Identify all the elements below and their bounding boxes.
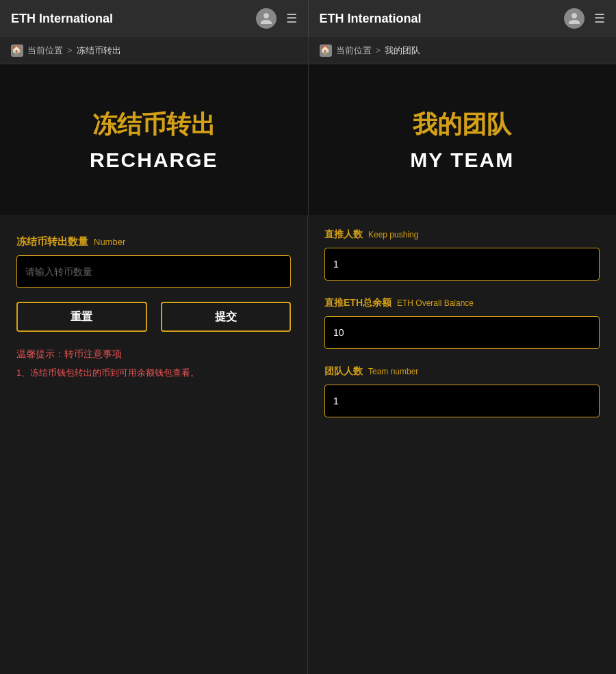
info-label-row-0: 直推人数 Keep pushing	[324, 229, 600, 241]
button-row: 重置 提交	[16, 302, 291, 332]
reset-button[interactable]: 重置	[16, 302, 147, 332]
header-title-left: ETH International	[11, 12, 256, 26]
warning-item1: 1、冻结币钱包转出的币到可用余额钱包查看。	[16, 366, 291, 380]
info-label-cn-0: 直推人数	[324, 229, 363, 241]
avatar-icon-left[interactable]	[256, 8, 277, 29]
info-label-row-2: 团队人数 Team number	[324, 365, 600, 378]
info-block-1: 直推ETH总余额 ETH Overall Balance 10	[324, 297, 600, 349]
breadcrumb-icon-right: 🏠	[320, 44, 332, 57]
menu-icon-right[interactable]: ☰	[594, 12, 605, 25]
warning-title: 温馨提示：转币注意事项	[16, 348, 291, 361]
info-label-en-0: Keep pushing	[368, 230, 418, 239]
info-block-2: 团队人数 Team number 1	[324, 365, 600, 417]
hero-left: 冻结币转出 RECHARGE	[0, 64, 309, 215]
panel-left: 冻结币转出数量 Number 重置 提交 温馨提示：转币注意事项 1、冻结币钱包…	[0, 215, 308, 674]
submit-button[interactable]: 提交	[161, 302, 292, 332]
hero-english-left: RECHARGE	[90, 148, 218, 172]
field-label-en: Number	[94, 237, 125, 247]
breadcrumb-sep-left: >	[67, 45, 73, 55]
info-label-en-1: ETH Overall Balance	[397, 298, 474, 308]
info-value-box-1: 10	[324, 316, 600, 349]
panel-right: 直推人数 Keep pushing 1 直推ETH总余额 ETH Overall…	[308, 215, 616, 674]
breadcrumb-current-right: 我的团队	[385, 44, 420, 57]
header-icons-right: ☰	[564, 8, 605, 29]
hero-chinese-left: 冻结币转出	[92, 108, 216, 142]
breadcrumb-bar: 🏠 当前位置 > 冻结币转出 🏠 当前位置 > 我的团队	[0, 37, 616, 64]
hero-chinese-right: 我的团队	[413, 108, 511, 142]
breadcrumb-left: 🏠 当前位置 > 冻结币转出	[0, 37, 309, 64]
info-label-row-1: 直推ETH总余额 ETH Overall Balance	[324, 297, 600, 309]
header-left: ETH International ☰	[0, 0, 309, 37]
main-content: 冻结币转出数量 Number 重置 提交 温馨提示：转币注意事项 1、冻结币钱包…	[0, 215, 616, 674]
hero-right: 我的团队 MY TEAM	[309, 64, 617, 215]
breadcrumb-prefix-left: 当前位置	[27, 44, 63, 57]
info-label-cn-1: 直推ETH总余额	[324, 297, 392, 309]
breadcrumb-sep-right: >	[376, 45, 381, 55]
header-right: ETH International ☰	[309, 0, 617, 37]
header-title-right: ETH International	[320, 12, 565, 26]
menu-icon-left[interactable]: ☰	[286, 12, 297, 25]
field-label-cn: 冻结币转出数量	[16, 235, 88, 248]
field-label-row: 冻结币转出数量 Number	[16, 235, 291, 248]
hero-english-right: MY TEAM	[410, 148, 514, 172]
info-block-0: 直推人数 Keep pushing 1	[324, 229, 600, 281]
avatar-icon-right[interactable]	[564, 8, 585, 29]
info-value-box-0: 1	[324, 248, 600, 281]
breadcrumb-icon-left: 🏠	[11, 44, 23, 57]
transfer-amount-input[interactable]	[16, 255, 291, 288]
header-bar: ETH International ☰ ETH International ☰	[0, 0, 616, 37]
header-icons-left: ☰	[256, 8, 297, 29]
breadcrumb-current-left: 冻结币转出	[77, 44, 121, 57]
info-value-box-2: 1	[324, 385, 600, 417]
info-label-en-2: Team number	[368, 367, 418, 376]
breadcrumb-prefix-right: 当前位置	[336, 44, 372, 57]
hero-section: 冻结币转出 RECHARGE 我的团队 MY TEAM	[0, 64, 616, 215]
breadcrumb-right: 🏠 当前位置 > 我的团队	[309, 37, 617, 64]
info-label-cn-2: 团队人数	[324, 365, 363, 378]
